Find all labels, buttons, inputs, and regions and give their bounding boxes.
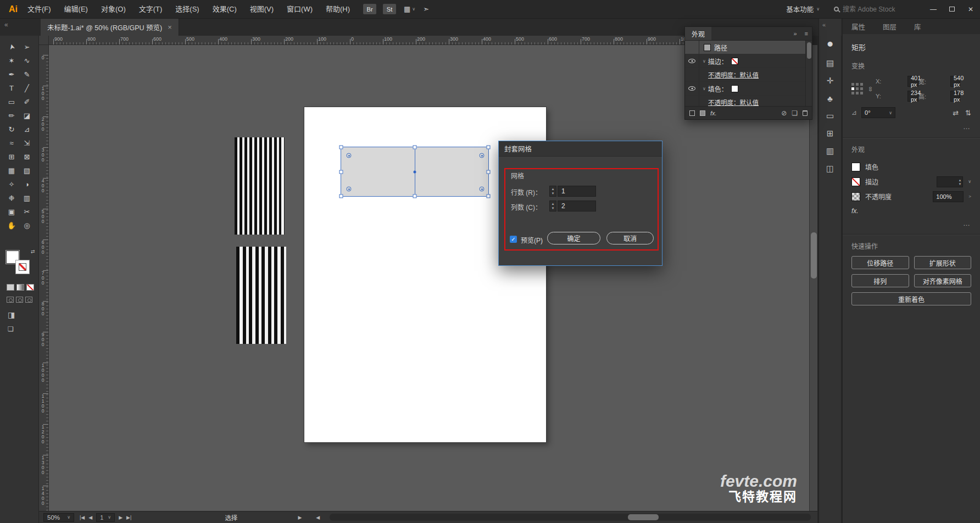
add-stroke-icon[interactable] <box>689 110 695 116</box>
reference-point-selector[interactable] <box>851 83 863 94</box>
menu-item[interactable]: 文字(T) <box>132 0 169 18</box>
stroke-weight-stepper[interactable]: ▴ ▾ <box>959 178 963 186</box>
last-artboard-button[interactable]: ▶| <box>126 515 131 520</box>
duplicate-item-icon[interactable]: ❏ <box>792 109 798 117</box>
appearance-row-stroke[interactable]: ∨ 描边： <box>685 54 805 68</box>
selection-handle[interactable] <box>487 170 491 174</box>
rows-input[interactable]: 1 <box>558 186 596 197</box>
selection-handle[interactable] <box>339 146 343 149</box>
edit-toolbar-icon[interactable]: ❏ <box>8 325 14 333</box>
stepper-up-icon[interactable]: ▴ <box>552 202 554 206</box>
bridge-button[interactable]: Br <box>363 4 376 14</box>
symbols-panel-icon[interactable]: ♣ <box>819 90 841 107</box>
layers-panel-icon[interactable]: ◫ <box>819 160 841 177</box>
tab-close-icon[interactable]: × <box>168 23 172 31</box>
mesh-anchor-point[interactable] <box>347 153 352 158</box>
ruler-origin-corner[interactable] <box>39 36 49 45</box>
expand-panels-icon[interactable]: « <box>819 21 826 28</box>
fill-white-swatch[interactable] <box>731 85 738 92</box>
preview-checkbox[interactable]: ✓ <box>510 236 517 243</box>
appearance-more-options-icon[interactable]: … <box>851 219 971 227</box>
striped-rectangle-2[interactable] <box>236 247 286 344</box>
stepper-up-icon[interactable]: ▴ <box>959 178 961 182</box>
artboards-panel-icon[interactable]: ▤ <box>819 54 841 72</box>
selection-tool[interactable]: ➤ <box>4 40 19 54</box>
mesh-center-point[interactable] <box>414 170 416 173</box>
trans-grid-panel-icon[interactable]: ⊞ <box>819 125 841 142</box>
cancel-button[interactable]: 取消 <box>606 232 654 244</box>
stroke-opacity-link[interactable]: 不透明度：默认值 <box>699 70 759 79</box>
first-artboard-button[interactable]: |◀ <box>80 515 85 520</box>
type-tool[interactable]: T <box>4 81 19 95</box>
appearance-row-fill[interactable]: ∨ 填色： <box>685 82 805 96</box>
shape-builder-tool[interactable]: ⊞ <box>4 150 19 164</box>
draw-normal-button[interactable] <box>7 297 14 303</box>
selection-handle[interactable] <box>487 194 491 198</box>
flip-vertical-icon[interactable]: ⇅ <box>965 109 971 117</box>
mesh-anchor-point[interactable] <box>480 187 485 192</box>
transform-more-options-icon[interactable]: … <box>851 123 971 131</box>
menu-item[interactable]: 窗口(W) <box>280 0 319 18</box>
appearance-row-path[interactable]: 路径 <box>685 41 805 54</box>
fx-effects-button[interactable]: fx. <box>851 207 971 215</box>
status-next-icon[interactable]: ▶ <box>298 515 302 520</box>
search-input[interactable] <box>843 5 909 13</box>
new-effect-icon[interactable]: fx. <box>710 110 717 116</box>
quick-action-button[interactable]: 扩展形状 <box>914 256 972 269</box>
none-button[interactable] <box>26 284 34 291</box>
stepper-down-icon[interactable]: ▾ <box>552 191 554 196</box>
align-panel-icon[interactable]: ✛ <box>819 72 841 90</box>
flip-horizontal-icon[interactable]: ⇄ <box>953 109 959 117</box>
panel-tab[interactable]: 库 <box>905 19 930 34</box>
stroke-weight-field[interactable]: ▴ ▾ <box>937 176 963 187</box>
color-button[interactable] <box>7 284 14 291</box>
document-tab[interactable]: 未标题-1.ai* @ 50% (RGB/GPU 预览) × <box>41 19 179 36</box>
menu-item[interactable]: 选择(S) <box>169 0 205 18</box>
mesh-anchor-point[interactable] <box>347 187 352 192</box>
panel-tab[interactable]: 属性 <box>843 19 874 34</box>
stepper-down-icon[interactable]: ▾ <box>552 206 554 210</box>
cols-input[interactable]: 2 <box>558 201 596 212</box>
appearance-panel-title[interactable]: 外观 <box>685 27 711 40</box>
selected-envelope-mesh-object[interactable] <box>341 147 489 197</box>
panel-menu-icon[interactable]: ≡ <box>801 30 812 37</box>
width-tool[interactable]: ≈ <box>4 136 19 150</box>
disclosure-icon[interactable]: ∨ <box>703 59 706 64</box>
screen-mode-icon[interactable]: ◨ <box>8 310 15 319</box>
artboard-tool[interactable]: ▣ <box>4 205 19 219</box>
selection-handle[interactable] <box>339 170 343 174</box>
quick-action-button[interactable]: 对齐像素网格 <box>914 274 972 287</box>
paintbrush-tool[interactable]: ✐ <box>19 95 35 109</box>
mesh-tool[interactable]: ▦ <box>4 164 19 177</box>
selection-handle[interactable] <box>413 194 417 198</box>
menu-item[interactable]: 对象(O) <box>94 0 132 18</box>
fill-opacity-link[interactable]: 不透明度：默认值 <box>699 98 759 106</box>
visibility-toggle[interactable] <box>685 82 699 95</box>
link-dimensions-icon[interactable]: ∞ <box>867 84 875 94</box>
scale-tool[interactable]: ⊿ <box>19 123 35 136</box>
zoom-level-select[interactable]: 50% ∨ <box>43 513 74 522</box>
line-segment-tool[interactable]: ╱ <box>19 81 35 95</box>
shaper-tool[interactable]: ✏ <box>4 109 19 123</box>
eyedropper-tool[interactable]: ✧ <box>4 177 19 191</box>
disclosure-icon[interactable]: ∨ <box>703 86 706 91</box>
collapse-panel-icon[interactable]: » <box>789 30 800 37</box>
lasso-tool[interactable]: ∿ <box>19 54 35 68</box>
appearance-panel-scrollbar[interactable] <box>805 41 812 106</box>
perspective-grid-tool[interactable]: ⊠ <box>19 150 35 164</box>
rows-stepper[interactable]: ▴ ▾ <box>549 186 556 197</box>
direct-selection-tool[interactable]: ➢ <box>19 40 35 54</box>
menu-item[interactable]: 视图(V) <box>243 0 280 18</box>
quick-action-button[interactable]: 位移路径 <box>851 256 909 269</box>
selection-handle[interactable] <box>339 194 343 198</box>
maximize-button[interactable] <box>943 0 961 19</box>
mesh-anchor-point[interactable] <box>480 153 485 158</box>
arrange-documents-button[interactable]: ▦ ∨ <box>404 5 415 13</box>
slice-tool[interactable]: ✂ <box>19 205 35 219</box>
visibility-toggle[interactable] <box>685 54 699 68</box>
horizontal-scrollbar[interactable] <box>330 514 811 521</box>
chevron-down-icon[interactable]: ∨ <box>968 179 971 184</box>
blend-tool[interactable]: ◑ <box>19 177 35 191</box>
color-panel-icon[interactable]: ● <box>819 32 841 54</box>
menu-item[interactable]: 文件(F) <box>21 0 58 18</box>
